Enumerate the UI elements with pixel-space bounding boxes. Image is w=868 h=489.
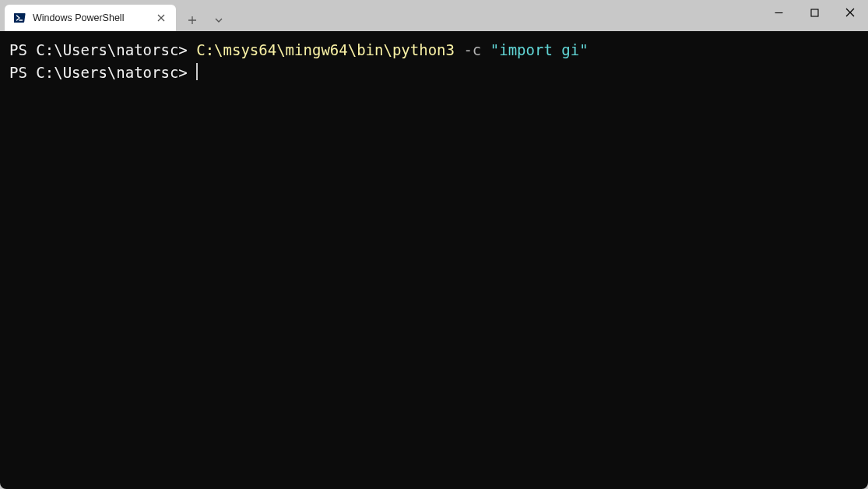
terminal-pane[interactable]: PS C:\Users\natorsc> C:\msys64\mingw64\b… [0, 31, 868, 489]
maximize-button[interactable] [796, 0, 832, 25]
command-string: "import gi" [490, 41, 589, 58]
tab-powershell[interactable]: Windows PowerShell [5, 5, 176, 31]
command-path: C:\msys64\mingw64\bin\python3 [196, 41, 455, 58]
close-window-button[interactable] [832, 0, 868, 25]
window-controls [761, 0, 868, 25]
tab-close-button[interactable] [154, 11, 168, 25]
prompt-text: PS C:\Users\natorsc> [9, 64, 188, 81]
terminal-line: PS C:\Users\natorsc> C:\msys64\mingw64\b… [9, 39, 859, 62]
powershell-icon [14, 12, 26, 24]
svg-rect-7 [811, 9, 818, 16]
tabs-area: Windows PowerShell [0, 0, 230, 31]
new-tab-button[interactable] [181, 9, 204, 32]
prompt-text: PS C:\Users\natorsc> [9, 41, 188, 58]
terminal-line: PS C:\Users\natorsc> [9, 62, 859, 84]
title-bar: Windows PowerShell [0, 0, 868, 31]
command-flag: -c [463, 41, 481, 58]
tab-dropdown-button[interactable] [207, 9, 230, 32]
tab-controls [181, 5, 230, 31]
text-cursor [196, 63, 198, 80]
minimize-button[interactable] [761, 0, 796, 25]
tab-title: Windows PowerShell [33, 12, 149, 23]
